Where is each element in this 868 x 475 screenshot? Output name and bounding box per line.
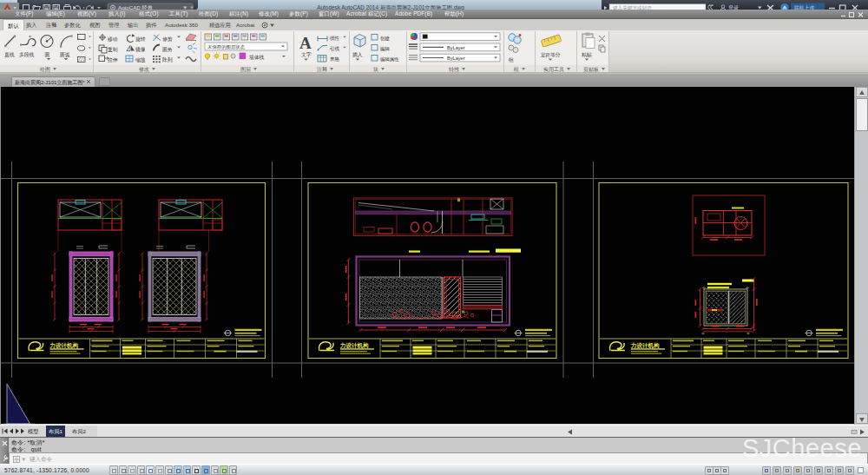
svg-text:注释: 注释 [317,66,327,72]
svg-text:绘图: 绘图 [40,67,50,73]
svg-text:块: 块 [372,67,378,72]
svg-text:插入: 插入 [352,52,363,58]
svg-text:未保存的图层状态: 未保存的图层状态 [207,44,246,50]
svg-text:A: A [299,34,312,52]
svg-text:文字: 文字 [301,51,312,57]
svg-text:编辑: 编辑 [380,46,390,51]
svg-text:旋转: 旋转 [135,36,146,43]
svg-text:力设计机构: 力设计机构 [630,341,660,348]
svg-text:移动: 移动 [108,36,118,43]
svg-text:力设计机构: 力设计机构 [49,341,79,348]
svg-text:剪贴板: 剪贴板 [583,66,599,73]
svg-text:图层: 图层 [240,67,251,73]
svg-text:定距等分: 定距等分 [541,52,561,58]
svg-text:组: 组 [513,67,519,72]
svg-text:编辑属性: 编辑属性 [380,56,399,62]
svg-text:直线: 直线 [4,52,15,57]
svg-text:缩放: 缩放 [135,56,146,63]
svg-text:ByLayer: ByLayer [447,56,465,61]
svg-text:线性: 线性 [330,36,340,41]
svg-text:修剪: 修剪 [162,36,173,43]
svg-text:圆弧: 圆弧 [60,52,70,58]
svg-text:多段线: 多段线 [19,52,35,57]
svg-text:阵列: 阵列 [162,56,173,63]
svg-text:实用工具: 实用工具 [543,66,564,73]
svg-text:拉伸: 拉伸 [108,57,118,63]
svg-text:ByLayer: ByLayer [447,45,465,50]
svg-text:力设计机构: 力设计机构 [339,341,369,348]
svg-text:修改: 修改 [139,66,149,72]
svg-text:引线: 引线 [330,46,340,52]
svg-text:圆: 圆 [45,52,50,58]
svg-text:创建: 创建 [380,36,390,42]
svg-text:组: 组 [509,57,514,63]
svg-text:镜像: 镜像 [135,46,146,53]
svg-text:粘贴: 粘贴 [582,52,592,58]
svg-text:复制: 复制 [108,47,118,53]
svg-text:墙体线: 墙体线 [249,55,265,60]
svg-text:特性: 特性 [449,67,460,73]
svg-text:圆角: 圆角 [162,47,173,53]
svg-text:表格: 表格 [330,56,340,63]
